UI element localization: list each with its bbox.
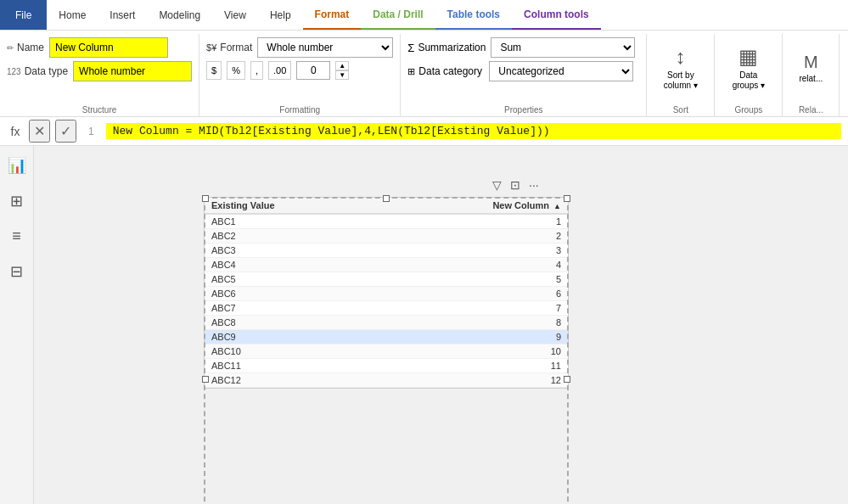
groups-chevron: ▾ xyxy=(761,81,765,90)
relationships-section-label: Rela... xyxy=(783,105,839,115)
cell-new-column: 8 xyxy=(380,316,568,330)
category-icon: ⊞ xyxy=(407,66,415,77)
dollar-button[interactable]: $ xyxy=(206,61,222,80)
menu-help[interactable]: Help xyxy=(258,0,303,30)
groups-section-label: Groups xyxy=(715,105,782,115)
table-row: ABC77 xyxy=(205,301,568,316)
formula-confirm-button[interactable]: ✓ xyxy=(55,120,76,143)
datacategory-select[interactable]: Uncategorized xyxy=(489,61,633,81)
cell-new-column: 12 xyxy=(380,373,568,388)
formatting-label: Formatting xyxy=(199,105,400,115)
cell-existing-value: ABC2 xyxy=(205,229,380,244)
cell-new-column: 3 xyxy=(380,244,568,258)
percent-button[interactable]: % xyxy=(227,61,245,80)
cell-new-column: 5 xyxy=(380,272,568,287)
menu-tabletools[interactable]: Table tools xyxy=(435,0,512,30)
cell-existing-value: ABC10 xyxy=(205,344,380,359)
filter-icon[interactable]: ▽ xyxy=(492,178,502,192)
properties-label: Properties xyxy=(401,105,646,115)
cell-existing-value: ABC5 xyxy=(205,272,380,287)
formula-bar: fx ✕ ✓ 1 New Column = MID(Tbl2[Existing … xyxy=(0,117,848,146)
dollar-sign-icon: $¥ xyxy=(206,42,216,53)
name-input[interactable] xyxy=(49,37,168,58)
table-row: ABC1212 xyxy=(205,373,568,388)
table-row: ABC44 xyxy=(205,258,568,272)
relationships-button[interactable]: M relat... xyxy=(789,48,832,87)
datatype-label: 123 Data type xyxy=(7,65,68,77)
decimal-button[interactable]: .00 xyxy=(268,61,291,80)
col-existing-value[interactable]: Existing Value xyxy=(205,198,380,214)
cell-existing-value: ABC12 xyxy=(205,373,380,388)
menu-bar: File Home Insert Modeling View Help Form… xyxy=(0,0,848,31)
formula-line-number: 1 xyxy=(81,126,101,137)
col-new-column[interactable]: New Column ▲ xyxy=(380,198,568,214)
table-row: ABC66 xyxy=(205,287,568,301)
cell-new-column: 4 xyxy=(380,258,568,272)
cell-existing-value: ABC9 xyxy=(205,330,380,344)
sort-label: Sort bycolumn ▾ xyxy=(664,70,698,91)
cell-new-column: 6 xyxy=(380,287,568,301)
sidebar-icon-data[interactable]: ⊞ xyxy=(7,188,26,214)
sidebar-icon-report[interactable]: 📊 xyxy=(4,153,30,178)
menu-file[interactable]: File xyxy=(0,0,47,30)
name-label: ✏ Name xyxy=(7,42,44,53)
menu-home[interactable]: Home xyxy=(47,0,98,30)
expand-icon[interactable]: ⊡ xyxy=(510,178,520,192)
table-row: ABC99 xyxy=(205,330,568,344)
main-area: 📊 ⊞ ≡ ⊟ ▽ ⊡ ··· Existing Value New Colum… xyxy=(0,146,848,504)
name-icon: ✏ xyxy=(7,43,14,53)
ribbon-structure: ✏ Name 123 Data type Whole number Struct… xyxy=(0,34,199,116)
cell-existing-value: ABC6 xyxy=(205,287,380,301)
sidebar-icon-dax[interactable]: ⊟ xyxy=(7,259,26,284)
ribbon-properties: Σ Summarization Sum ⊞ Data category Unca… xyxy=(401,34,647,116)
menu-view[interactable]: View xyxy=(212,0,258,30)
cell-new-column: 9 xyxy=(380,330,568,344)
cell-new-column: 10 xyxy=(380,344,568,359)
comma-button[interactable]: , xyxy=(250,61,263,80)
sort-by-column-button[interactable]: ↕ Sort bycolumn ▾ xyxy=(654,41,707,95)
spin-up-button[interactable]: ▲ xyxy=(335,61,349,70)
data-groups-button[interactable]: ▦ Datagroups ▾ xyxy=(723,41,774,95)
more-options-icon[interactable]: ··· xyxy=(529,178,539,192)
menu-modeling[interactable]: Modeling xyxy=(147,0,212,30)
sort-section-label: Sort xyxy=(647,105,714,115)
cell-existing-value: ABC7 xyxy=(205,301,380,316)
relationships-label: relat... xyxy=(799,74,823,83)
ribbon: ✏ Name 123 Data type Whole number Struct… xyxy=(0,31,848,117)
table-row: ABC22 xyxy=(205,229,568,244)
sort-arrow-icon: ▲ xyxy=(553,202,561,210)
cell-new-column: 11 xyxy=(380,359,568,373)
table-row: ABC88 xyxy=(205,316,568,330)
table-visual: Existing Value New Column ▲ ABC11ABC22AB… xyxy=(204,197,569,389)
cell-new-column: 7 xyxy=(380,301,568,316)
ribbon-relationships: M relat... Rela... xyxy=(783,34,840,116)
sidebar-icon-model[interactable]: ≡ xyxy=(8,224,25,249)
formula-input[interactable]: New Column = MID(Tbl2[Existing Value],4,… xyxy=(106,123,841,139)
table-row: ABC33 xyxy=(205,244,568,258)
cell-existing-value: ABC11 xyxy=(205,359,380,373)
formula-cancel-button[interactable]: ✕ xyxy=(29,120,50,143)
decimal-places-input[interactable] xyxy=(296,61,330,80)
menu-columntools[interactable]: Column tools xyxy=(512,0,601,30)
table-body: ABC11ABC22ABC33ABC44ABC55ABC66ABC77ABC88… xyxy=(205,214,568,388)
data-table: Existing Value New Column ▲ ABC11ABC22AB… xyxy=(205,198,568,388)
cell-existing-value: ABC1 xyxy=(205,214,380,229)
groups-label: Datagroups ▾ xyxy=(733,70,765,91)
menu-datadrill[interactable]: Data / Drill xyxy=(361,0,435,30)
datacategory-label: ⊞ Data category xyxy=(407,65,484,77)
menu-format[interactable]: Format xyxy=(303,0,362,30)
format-label: $¥ Format xyxy=(206,42,252,53)
sort-chevron: ▾ xyxy=(694,81,698,90)
groups-icon: ▦ xyxy=(738,45,758,69)
datatype-select[interactable]: Whole number xyxy=(73,61,192,81)
summarization-select[interactable]: Sum xyxy=(491,37,635,58)
decimal-spinner[interactable]: ▲ ▼ xyxy=(335,61,349,80)
ribbon-groups: ▦ Datagroups ▾ Groups xyxy=(715,34,783,116)
table-row: ABC55 xyxy=(205,272,568,287)
menu-insert[interactable]: Insert xyxy=(98,0,147,30)
datatype-icon: 123 xyxy=(7,67,21,76)
format-select[interactable]: Whole number xyxy=(257,37,393,58)
spin-down-button[interactable]: ▼ xyxy=(335,70,349,80)
table-header-row: Existing Value New Column ▲ xyxy=(205,198,568,214)
cell-new-column: 1 xyxy=(380,214,568,229)
